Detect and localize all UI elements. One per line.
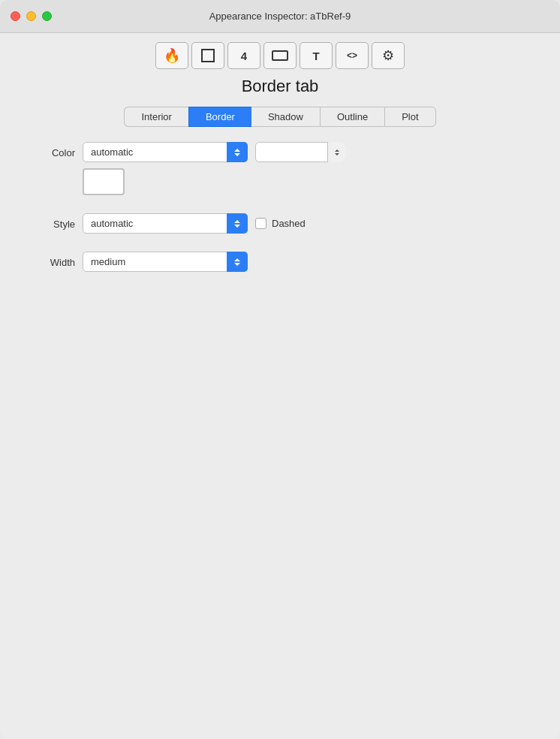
- tab-bar: Interior Border Shadow Outline Plot: [0, 107, 560, 127]
- toolbar: 🔥 4 T <> ⚙: [0, 33, 560, 77]
- color-primary-select-wrapper: automatic black white red blue green: [83, 142, 248, 162]
- title-bar: Appearance Inspector: aTbRef-9: [0, 0, 560, 33]
- section-title: Border tab: [0, 77, 560, 96]
- style-controls: automatic solid dashed dotted Dashed: [83, 213, 306, 234]
- style-label: Style: [30, 213, 75, 230]
- color-preview[interactable]: [83, 168, 125, 195]
- fire-button[interactable]: 🔥: [155, 42, 188, 69]
- color-secondary-select[interactable]: light dark: [255, 142, 345, 162]
- color-label: Color: [30, 142, 75, 158]
- number-button[interactable]: 4: [227, 42, 260, 69]
- gear-button[interactable]: ⚙: [372, 42, 405, 69]
- tab-interior[interactable]: Interior: [124, 107, 188, 127]
- fire-icon: 🔥: [164, 47, 180, 64]
- window: Appearance Inspector: aTbRef-9 🔥 4 T <> …: [0, 0, 560, 739]
- width-select-wrapper: thin medium thick: [83, 252, 248, 272]
- tab-shadow[interactable]: Shadow: [251, 107, 320, 127]
- square-icon: [201, 49, 215, 62]
- window-title: Appearance Inspector: aTbRef-9: [209, 11, 351, 22]
- color-primary-select[interactable]: automatic black white red blue green: [83, 142, 248, 162]
- color-secondary-select-wrapper: light dark: [255, 142, 345, 162]
- rectangle-icon: [272, 50, 288, 61]
- rectangle-button[interactable]: [263, 42, 297, 69]
- color-selects-row: automatic black white red blue green lig: [83, 142, 530, 162]
- style-row: Style automatic solid dashed dotted Dash…: [30, 213, 530, 234]
- width-row: Width thin medium thick: [30, 252, 530, 272]
- tab-border[interactable]: Border: [188, 107, 251, 127]
- code-icon: <>: [347, 50, 357, 61]
- close-button[interactable]: [11, 11, 20, 21]
- dashed-checkbox[interactable]: [255, 218, 266, 229]
- text-icon: T: [312, 50, 319, 62]
- dashed-label: Dashed: [272, 218, 306, 229]
- maximize-button[interactable]: [42, 11, 52, 21]
- style-select-wrapper: automatic solid dashed dotted: [83, 213, 248, 234]
- border-button[interactable]: [191, 42, 224, 69]
- color-row: Color automatic black white red blue gre…: [30, 142, 530, 195]
- style-select[interactable]: automatic solid dashed dotted: [83, 213, 248, 234]
- content-area: Color automatic black white red blue gre…: [0, 142, 560, 739]
- minimize-button[interactable]: [26, 11, 36, 21]
- dashed-checkbox-label[interactable]: Dashed: [255, 218, 306, 229]
- width-select[interactable]: thin medium thick: [83, 252, 248, 272]
- tab-plot[interactable]: Plot: [384, 107, 435, 127]
- width-label: Width: [30, 252, 75, 268]
- number-icon: 4: [241, 50, 247, 62]
- traffic-lights: [11, 11, 52, 21]
- text-button[interactable]: T: [300, 42, 333, 69]
- color-controls: automatic black white red blue green lig: [83, 142, 530, 195]
- code-button[interactable]: <>: [336, 42, 369, 69]
- tab-outline[interactable]: Outline: [320, 107, 384, 127]
- gear-icon: ⚙: [382, 47, 394, 64]
